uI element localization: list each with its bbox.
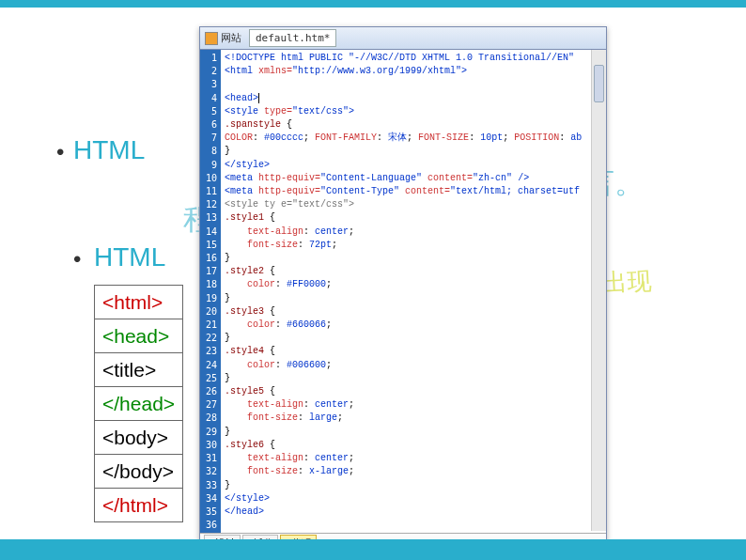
file-tab[interactable]: default.htm* [249,29,336,47]
code-text[interactable]: <!DOCTYPE html PUBLIC "-//W3C//DTD XHTML… [221,50,606,533]
tag-cell: </body> [95,455,183,489]
scrollbar-thumb[interactable] [594,65,604,102]
line-gutter: 1 2 3 4 5 6 7 8 9 10 11 12 13 14 15 16 1… [200,50,221,533]
tag-cell: <body> [95,421,183,455]
bullet-text-2: HTML [94,242,165,272]
editor-header: 网站 default.htm* [200,27,606,50]
bottom-border [0,539,746,560]
bullet-dot: • [73,246,81,272]
vertical-scrollbar[interactable] [591,50,606,531]
code-editor-window: 网站 default.htm* 1 2 3 4 5 6 7 8 9 10 11 … [199,26,607,552]
bullet-text-1: HTML [73,135,145,165]
html-tags-table: <html> <head> <title> </head> <body> </b… [94,285,183,522]
bullet-dot: • [56,139,64,165]
tag-cell: </html> [95,489,183,522]
code-area[interactable]: 1 2 3 4 5 6 7 8 9 10 11 12 13 14 15 16 1… [200,50,606,533]
slide-content: • HTML • HTML 语言。 程 步对出现 <html> <head> <… [0,8,746,539]
tag-cell: <head> [95,319,183,353]
top-border [0,0,746,8]
tag-cell: <title> [95,353,183,387]
tag-cell: </head> [95,387,183,421]
tag-cell: <html> [95,286,183,319]
site-label: 网站 [221,31,241,45]
site-icon [205,32,218,45]
